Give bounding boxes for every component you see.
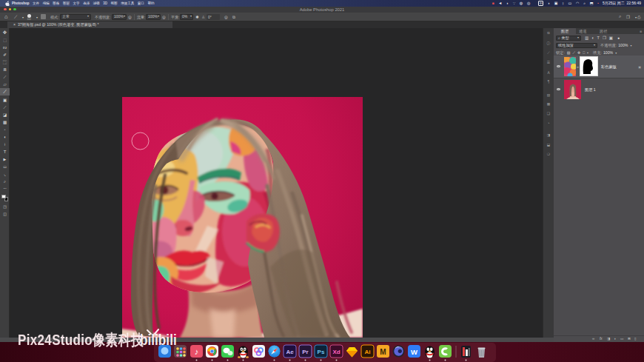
svg-text:bilibili: bilibili [140,331,177,348]
svg-text:Xd: Xd [332,349,340,355]
svg-text:Ai: Ai [365,349,371,355]
svg-text:W: W [411,347,417,355]
svg-text:Ps: Ps [318,349,325,355]
svg-text:Pr: Pr [302,349,308,355]
svg-text:Ae: Ae [286,349,294,355]
svg-text:M: M [380,347,386,355]
svg-text:♪: ♪ [195,347,199,356]
